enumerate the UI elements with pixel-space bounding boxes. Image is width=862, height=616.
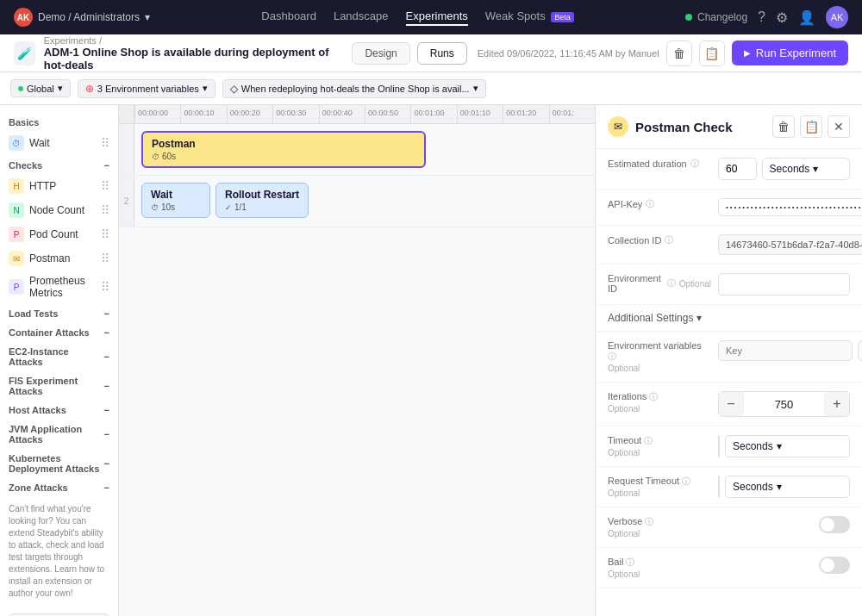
postman-icon: ✉ bbox=[9, 251, 24, 266]
section-checks[interactable]: Checks − bbox=[0, 155, 118, 174]
info-icon-iterations[interactable]: ⓘ bbox=[649, 392, 658, 401]
info-icon-verbose[interactable]: ⓘ bbox=[645, 517, 653, 526]
chevron-down-icon: ▾ bbox=[58, 83, 63, 94]
sidebar-item-pod-count[interactable]: P Pod Count ⠿ bbox=[0, 222, 118, 246]
api-key-value: •••••••••••••••••••••••••••••••••••• bbox=[719, 199, 862, 215]
nav-weakspots[interactable]: Weak Spots Beta bbox=[485, 9, 574, 26]
tick-9: 00:01: bbox=[549, 105, 595, 123]
global-tag[interactable]: Global ▾ bbox=[10, 79, 71, 97]
section-host-attacks[interactable]: Host Attacks − bbox=[0, 400, 118, 419]
sidebar-item-wait[interactable]: ⏱ Wait ⠿ bbox=[0, 131, 118, 155]
bail-toggle[interactable] bbox=[819, 557, 850, 574]
run-experiment-button[interactable]: ▶ Run Experiment bbox=[732, 40, 848, 65]
section-zone-attacks[interactable]: Zone Attacks − bbox=[0, 477, 118, 496]
sidebar-item-http[interactable]: H HTTP ⠿ bbox=[0, 174, 118, 198]
runs-tab[interactable]: Runs bbox=[417, 42, 467, 65]
env-variables-field: Environment variables ⓘ Optional 🗑 bbox=[596, 332, 862, 383]
canvas-row-1: Postman ⏱ 60s bbox=[119, 124, 595, 176]
toggle-knob bbox=[821, 518, 834, 532]
bail-optional-label: Optional bbox=[608, 569, 640, 579]
section-load-tests[interactable]: Load Tests − bbox=[0, 303, 118, 322]
avatar[interactable]: AK bbox=[826, 6, 848, 28]
environment-id-input[interactable] bbox=[719, 274, 849, 295]
timeout-optional-label: Optional bbox=[608, 448, 653, 457]
collection-id-field: Collection ID ⓘ 14673460-571b6da7-f2a7-4… bbox=[596, 226, 862, 264]
sidebar-item-postman[interactable]: ✉ Postman ⠿ bbox=[0, 246, 118, 271]
info-icon-duration[interactable]: ⓘ bbox=[690, 158, 699, 170]
timeout-unit-select[interactable]: Seconds ▾ bbox=[725, 435, 850, 457]
collapse-icon: − bbox=[104, 327, 109, 338]
info-icon-apikey[interactable]: ⓘ bbox=[646, 198, 654, 210]
info-icon-timeout[interactable]: ⓘ bbox=[644, 436, 653, 445]
section-ec2-attacks[interactable]: EC2-Instance Attacks − bbox=[0, 341, 118, 370]
chevron-down-icon-3: ▾ bbox=[473, 83, 478, 94]
logo-area[interactable]: AK Demo / Administrators ▾ bbox=[14, 8, 150, 27]
design-tab[interactable]: Design bbox=[352, 42, 409, 65]
play-icon: ▶ bbox=[744, 48, 751, 58]
duration-unit-select[interactable]: Seconds ▾ bbox=[762, 158, 850, 180]
http-icon: H bbox=[9, 178, 24, 194]
nav-right: Changelog ? ⚙ 👤 AK bbox=[685, 6, 848, 28]
iterations-increment-button[interactable]: + bbox=[825, 392, 849, 416]
additional-settings-toggle[interactable]: Additional Settings ▾ bbox=[596, 305, 862, 332]
api-key-field: API-Key ⓘ ••••••••••••••••••••••••••••••… bbox=[596, 190, 862, 226]
env-value-input[interactable] bbox=[858, 340, 862, 361]
chevron-down-icon: ▾ bbox=[777, 481, 782, 493]
section-fis-attacks[interactable]: FIS Experiment Attacks − bbox=[0, 370, 118, 400]
wait-block-title: Wait bbox=[151, 189, 201, 201]
sidebar-item-node-count[interactable]: N Node Count ⠿ bbox=[0, 198, 118, 222]
verbose-optional-label: Optional bbox=[608, 529, 653, 538]
iterations-decrement-button[interactable]: − bbox=[719, 392, 743, 416]
verbose-toggle[interactable] bbox=[819, 516, 850, 533]
iterations-value: 750 bbox=[743, 395, 825, 414]
wait-block[interactable]: Wait ⏱ 10s bbox=[141, 183, 210, 218]
section-container-attacks[interactable]: Container Attacks − bbox=[0, 322, 118, 341]
condition-tag[interactable]: ◇ When redeploying hot-deals the Online … bbox=[222, 79, 486, 98]
postman-block[interactable]: Postman ⏱ 60s bbox=[141, 131, 426, 168]
changelog-button[interactable]: Changelog bbox=[685, 11, 747, 23]
check-icon: ✓ bbox=[225, 203, 232, 212]
info-icon-envvars[interactable]: ⓘ bbox=[608, 352, 616, 361]
drag-handle-icon: ⠿ bbox=[101, 203, 109, 217]
nav-experiments[interactable]: Experiments bbox=[406, 9, 468, 26]
info-icon-envid[interactable]: ⓘ bbox=[667, 277, 676, 289]
user-icon[interactable]: 👤 bbox=[798, 9, 815, 26]
info-icon-collection[interactable]: ⓘ bbox=[665, 234, 673, 246]
tick-3: 00:00:30 bbox=[272, 105, 318, 123]
delete-button[interactable]: 🗑 bbox=[666, 40, 692, 66]
help-icon[interactable]: ? bbox=[758, 9, 765, 25]
chevron-down-icon: ▾ bbox=[696, 312, 702, 324]
sub-header-left: 🧪 Experiments / ADM-1 Online Shop is ava… bbox=[14, 35, 341, 72]
section-jvm-attacks[interactable]: JVM Application Attacks − bbox=[0, 419, 118, 448]
tab-buttons: Design Runs bbox=[352, 42, 466, 65]
collapse-icon: − bbox=[104, 308, 109, 319]
main-layout: Basics ⏱ Wait ⠿ Checks − H HTTP ⠿ N Node… bbox=[0, 105, 862, 616]
section-k8s-attacks[interactable]: Kubernetes Deployment Attacks − bbox=[0, 448, 118, 477]
env-key-input[interactable] bbox=[718, 340, 853, 361]
nav-landscape[interactable]: Landscape bbox=[334, 9, 389, 26]
environment-id-field: Environment ID ⓘ Optional bbox=[596, 264, 862, 305]
experiment-toolbar: Global ▾ ⊕ 3 Environment variables ▾ ◇ W… bbox=[0, 72, 862, 105]
rollout-block[interactable]: Rollout Restart ✓ 1/1 bbox=[216, 183, 309, 218]
clock-icon: ⏱ bbox=[151, 203, 159, 212]
duration-input[interactable] bbox=[719, 159, 757, 179]
request-timeout-unit-select[interactable]: Seconds ▾ bbox=[725, 476, 850, 498]
sub-header-right: Edited 09/06/2022, 11:16:45 AM by Manuel… bbox=[478, 40, 848, 66]
info-icon-request-timeout[interactable]: ⓘ bbox=[682, 476, 690, 486]
timeout-input[interactable] bbox=[719, 436, 720, 457]
collection-id-value[interactable]: 14673460-571b6da7-f2a7-40d8-acd3-f... bbox=[718, 234, 862, 255]
settings-icon[interactable]: ⚙ bbox=[776, 9, 788, 26]
env-icon: ⊕ bbox=[85, 83, 94, 95]
panel-copy-button[interactable]: 📋 bbox=[800, 115, 822, 138]
copy-button[interactable]: 📋 bbox=[699, 40, 725, 66]
panel-delete-button[interactable]: 🗑 bbox=[772, 115, 795, 138]
panel-close-button[interactable]: ✕ bbox=[828, 115, 850, 138]
info-icon-bail[interactable]: ⓘ bbox=[626, 557, 634, 567]
iterations-field: Iterations ⓘ Optional − 750 + bbox=[596, 383, 862, 426]
sidebar-item-prometheus[interactable]: P Prometheus Metrics ⠿ bbox=[0, 271, 118, 303]
env-vars-tag[interactable]: ⊕ 3 Environment variables ▾ bbox=[78, 79, 216, 98]
row-number-2: 2 bbox=[119, 176, 134, 227]
request-timeout-input[interactable] bbox=[719, 476, 720, 497]
nav-dashboard[interactable]: Dashboard bbox=[261, 9, 316, 26]
section-basics[interactable]: Basics bbox=[0, 112, 118, 131]
